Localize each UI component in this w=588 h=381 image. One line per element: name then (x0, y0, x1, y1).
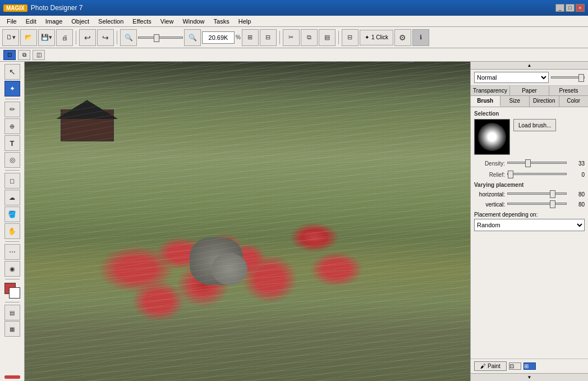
crop-button[interactable]: ✂ (283, 29, 300, 46)
canvas-mode-btn[interactable]: ⧉ (18, 50, 30, 60)
transform-button[interactable]: ⧉ (301, 29, 318, 46)
menu-view[interactable]: View (156, 17, 178, 26)
zoom-slider[interactable] (138, 34, 183, 41)
zoom-out-button[interactable]: 🔍 (120, 29, 137, 46)
placement-dep-select[interactable]: Random Pressure Speed Direction Tilt (474, 219, 585, 231)
toolbar-sep-1 (76, 31, 76, 44)
varying-placement-label: Varying placement (474, 182, 585, 188)
tab-color[interactable]: Color (559, 96, 589, 107)
new-button[interactable]: 🗋▾ (2, 29, 19, 46)
tab-brush[interactable]: Brush (471, 96, 500, 107)
menu-effects[interactable]: Effects (128, 17, 155, 26)
zoom-tool[interactable]: ◎ (4, 152, 20, 168)
view-toggle[interactable]: ⊟ (342, 29, 359, 46)
gradient-tool[interactable]: ▤ (4, 305, 20, 320)
tool-sep-1 (5, 99, 20, 99)
horizontal-slider[interactable] (507, 190, 567, 197)
menu-help[interactable]: Help (234, 17, 256, 26)
spray-tool[interactable]: ⋯ (4, 244, 20, 260)
right-tabs-row1: Transparency Paper Presets (471, 86, 588, 96)
zoom-fit-button[interactable]: ⊞ (242, 29, 259, 46)
select-mode-btn[interactable]: ⊡ (3, 50, 16, 60)
menu-image[interactable]: Image (41, 17, 67, 26)
adjust-button[interactable]: ▤ (319, 29, 336, 46)
main-toolbar: 🗋▾ 📂 💾▾ 🖨 ↩ ↪ 🔍 🔍 % ⊞ ⊟ ✂ ⧉ ▤ ⊟ ✦ 1 Clic… (0, 27, 588, 48)
blend-mode-select[interactable]: Normal Multiply Screen Overlay (474, 72, 549, 83)
menu-object[interactable]: Object (67, 17, 94, 26)
zoom-in-button[interactable]: 🔍 (184, 29, 201, 46)
right-scroll-up[interactable]: ▲ (471, 62, 588, 70)
open-button[interactable]: 📂 (20, 29, 37, 46)
smudge-tool[interactable]: ☁ (4, 190, 20, 205)
save-button[interactable]: 💾▾ (38, 29, 55, 46)
pencil-tool[interactable]: ✏ (4, 102, 20, 117)
tool-sep-5 (5, 302, 20, 302)
zoom-value-group: % (202, 31, 241, 44)
relief-label: Relief: (474, 172, 505, 178)
layer-mode-btn[interactable]: ◫ (33, 50, 45, 60)
vertical-value: 80 (569, 201, 585, 208)
select-tool[interactable]: ↖ (4, 64, 20, 80)
left-tool-panel: ↖ ✦ ✏ ⊕ T ◎ ◻ ☁ 🪣 ✋ ⋯ ◉ ▤ ▦ (0, 62, 25, 381)
canvas-area[interactable] (25, 62, 470, 381)
menu-edit[interactable]: Edit (21, 17, 41, 26)
tab-transparency[interactable]: Transparency (471, 86, 510, 95)
brush-tool[interactable]: ✦ (4, 81, 20, 97)
toolbar-sep-3 (279, 31, 280, 44)
menu-file[interactable]: File (2, 17, 21, 26)
app-logo: MAGIX (3, 4, 27, 12)
title-controls[interactable]: _ □ × (555, 4, 585, 12)
undo-button[interactable]: ↩ (79, 29, 96, 46)
opacity-slider[interactable] (551, 74, 585, 81)
settings-button[interactable]: ⚙ (394, 29, 411, 46)
tab-direction[interactable]: Direction (530, 96, 559, 107)
paint-icon: 🖌 (480, 363, 486, 369)
density-row: Density: 33 (474, 159, 585, 167)
print-button[interactable]: 🖨 (56, 29, 73, 46)
selection-label: Selection (474, 111, 585, 117)
toolbar-sep-2 (117, 31, 117, 44)
tab-presets[interactable]: Presets (549, 86, 588, 95)
eraser-tool[interactable]: ◻ (4, 173, 20, 189)
placement-dep-section: Placement depending on: Random Pressure … (474, 212, 585, 231)
title-left: MAGIX Photo Designer 7 (3, 4, 83, 12)
background-color[interactable] (9, 287, 20, 299)
vertical-slider[interactable] (507, 200, 567, 207)
toolbar-sep-4 (338, 31, 339, 44)
horizontal-slider-wrap (507, 190, 567, 198)
pattern-tool[interactable]: ▦ (4, 321, 20, 337)
color-indicator (4, 375, 20, 379)
tab-paper[interactable]: Paper (510, 86, 549, 95)
text-tool[interactable]: T (4, 135, 20, 151)
one-click-button[interactable]: ✦ 1 Click (360, 30, 393, 45)
menu-selection[interactable]: Selection (94, 17, 128, 26)
zoom-100-button[interactable]: ⊟ (260, 29, 277, 46)
paint-button[interactable]: 🖌 Paint (474, 361, 507, 371)
relief-slider[interactable] (507, 171, 567, 177)
color-swatches[interactable] (4, 283, 20, 299)
bucket-tool[interactable]: 🪣 (4, 206, 20, 222)
zoom-value-input[interactable] (202, 31, 235, 44)
clone-tool[interactable]: ⊕ (4, 118, 20, 134)
density-slider[interactable] (507, 159, 567, 166)
close-button[interactable]: × (576, 4, 585, 12)
relief-value: 0 (569, 172, 585, 178)
hand-tool[interactable]: ✋ (4, 223, 20, 239)
horizontal-row: horizontal: 80 (474, 190, 585, 198)
right-panel-content: Selection Load brush... Density: 33 (471, 107, 588, 359)
load-brush-button[interactable]: Load brush... (513, 119, 556, 131)
info-button[interactable]: ℹ (412, 29, 429, 46)
menu-window[interactable]: Window (178, 17, 209, 26)
right-scroll-down[interactable]: ▼ (471, 373, 588, 381)
tool-sep-2 (5, 170, 20, 171)
restore-button[interactable]: □ (566, 4, 575, 12)
redo-button[interactable]: ↪ (97, 29, 114, 46)
tab-size[interactable]: Size (500, 96, 530, 107)
horizontal-label: horizontal: (474, 191, 505, 198)
minimize-button[interactable]: _ (555, 4, 564, 12)
menu-tasks[interactable]: Tasks (209, 17, 234, 26)
density-slider-wrap (507, 159, 567, 167)
paint-option-btn3[interactable]: ⊞ (523, 362, 536, 370)
paint-option-btn2[interactable]: ⊡ (509, 362, 521, 370)
redeye-tool[interactable]: ◉ (4, 261, 20, 277)
